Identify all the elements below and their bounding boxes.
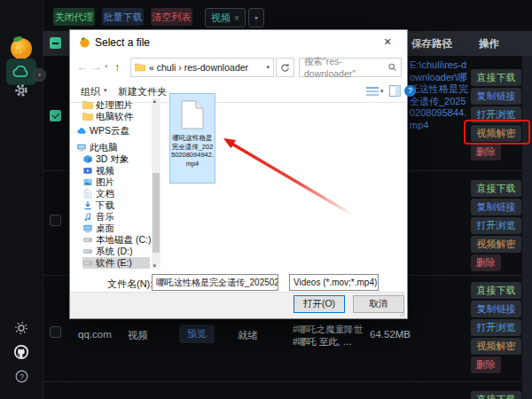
- tab-video[interactable]: 视频 ×: [205, 8, 246, 27]
- theme-sun-icon[interactable]: [14, 321, 28, 335]
- organize-menu[interactable]: 组织: [81, 85, 100, 98]
- folder-icon: [82, 112, 93, 121]
- search-placeholder: 搜索"res-downloader": [304, 56, 388, 79]
- nav-back-icon[interactable]: ←: [76, 60, 88, 74]
- filetype-combobox[interactable]: Videos (*.mov;*.mp4) ▾: [289, 274, 379, 291]
- nav-history-chevron-icon[interactable]: ▾: [105, 63, 108, 70]
- scroll-up-icon[interactable]: ▴: [153, 98, 157, 105]
- music-icon: [82, 212, 93, 222]
- sidebar-item-cloud-active[interactable]: [6, 59, 36, 85]
- drive-icon: [82, 235, 93, 245]
- row4-direct-download-button[interactable]: 直接下载: [471, 391, 521, 399]
- nav-up-icon[interactable]: ↑: [114, 60, 121, 74]
- row2-video-decrypt-button[interactable]: 视频解密: [471, 236, 521, 253]
- table-scrollbar[interactable]: [522, 56, 532, 399]
- address-bar[interactable]: « chuli › res-downloader ▾: [130, 58, 274, 77]
- view-options-caret-icon[interactable]: ▾: [380, 88, 384, 95]
- address-chevron-icon[interactable]: ▾: [266, 64, 270, 71]
- tab-dropdown-button[interactable]: ▾: [248, 8, 264, 27]
- cancel-button[interactable]: 取消: [353, 295, 404, 313]
- computer-icon: [76, 143, 87, 153]
- drive-icon: [82, 246, 93, 256]
- row3-checkbox[interactable]: [50, 326, 61, 338]
- help-icon[interactable]: ?: [15, 370, 28, 383]
- tab-close-icon[interactable]: ×: [234, 13, 239, 23]
- row3-domain: qq.com: [78, 329, 112, 340]
- tree-item[interactable]: 音乐: [82, 211, 150, 223]
- file-item-selected[interactable]: 哪吒这性格是完全遗传_20250208094942.mp4: [169, 93, 215, 184]
- tree-item[interactable]: 本地磁盘 (C:): [82, 234, 150, 246]
- row3-open-browse-button[interactable]: 打开浏览: [471, 319, 521, 336]
- open-button[interactable]: 打开(O): [293, 295, 345, 313]
- row3-copy-link-button[interactable]: 复制链接: [471, 301, 521, 317]
- scroll-down-icon[interactable]: ▾: [153, 262, 157, 270]
- row3-status: 就绪: [238, 329, 258, 342]
- drive-icon: [82, 258, 93, 268]
- tree-item[interactable]: 此电脑: [76, 142, 144, 153]
- view-options-icon[interactable]: [366, 86, 379, 97]
- svg-text:?: ?: [20, 372, 24, 381]
- tree-scrollbar[interactable]: ▴ ▾: [152, 98, 160, 269]
- row3-delete-button[interactable]: 删除: [471, 356, 501, 373]
- settings-gear-icon[interactable]: [13, 82, 29, 98]
- row2-checkbox[interactable]: [50, 215, 61, 226]
- tree-item[interactable]: 系统 (D:): [82, 246, 150, 257]
- tree-item[interactable]: 3D 对象: [82, 153, 150, 165]
- row3-video-decrypt-button[interactable]: 视频解密: [471, 338, 521, 355]
- tree-item[interactable]: 下载: [82, 200, 150, 211]
- tree-item[interactable]: 文档: [82, 188, 150, 200]
- filename-combobox[interactable]: 哪吒这性格是完全遗传_20250208094942 ▾: [152, 274, 278, 291]
- combo-chevron-icon[interactable]: ▾: [377, 278, 379, 286]
- row3-preview-button[interactable]: 预览: [179, 325, 215, 343]
- tree-item[interactable]: 桌面: [82, 223, 150, 234]
- github-icon[interactable]: [13, 344, 29, 360]
- dialog-app-icon: [79, 36, 90, 48]
- operation-column-header: 操作: [479, 37, 499, 51]
- row3-direct-download-button[interactable]: 直接下载: [471, 282, 521, 299]
- tree-item[interactable]: 电脑软件: [82, 111, 150, 122]
- tree-item[interactable]: WPS云盘: [76, 125, 144, 137]
- search-icon[interactable]: [388, 63, 396, 72]
- nav-forward-icon[interactable]: →: [90, 60, 102, 74]
- refresh-button[interactable]: [276, 58, 294, 77]
- row1-checkbox[interactable]: [50, 110, 61, 121]
- sidebar: › ?: [0, 0, 43, 399]
- preview-pane-icon[interactable]: [389, 85, 401, 97]
- cube-icon: [82, 154, 93, 164]
- tree-item[interactable]: 图片: [82, 176, 150, 188]
- row2-copy-link-button[interactable]: 复制链接: [471, 199, 521, 215]
- row2-delete-button[interactable]: 删除: [471, 254, 501, 271]
- dialog-help-icon[interactable]: ?: [404, 85, 416, 97]
- resize-grip[interactable]: [399, 310, 406, 317]
- search-input[interactable]: 搜索"res-downloader": [299, 58, 402, 77]
- batch-download-button[interactable]: 批量下载: [102, 8, 144, 26]
- tree-item[interactable]: 处理图片: [82, 99, 150, 111]
- annotation-highlight-box: [464, 120, 530, 145]
- save-path-column-header: 保存路径: [411, 37, 452, 51]
- row1-save-path: E:\chuli\res-downloader\哪吒这性格是完全遗传_20250…: [410, 59, 471, 131]
- close-proxy-button[interactable]: 关闭代理: [53, 8, 95, 26]
- tree-item[interactable]: 视频: [82, 165, 150, 176]
- tree-item-selected[interactable]: 软件 (E:): [82, 257, 150, 269]
- organize-caret-icon: ▾: [104, 87, 107, 94]
- row1-direct-download-button[interactable]: 直接下载: [471, 69, 521, 86]
- row2-open-browse-button[interactable]: 打开浏览: [471, 217, 521, 234]
- row1-copy-link-button[interactable]: 复制链接: [471, 88, 521, 105]
- select-file-dialog: Select a file × ← → ▾ ↑ « chuli › res-do…: [69, 29, 408, 319]
- sidebar-expand-chevron[interactable]: ›: [33, 68, 46, 82]
- address-folder-icon: [135, 63, 145, 72]
- row1-delete-button[interactable]: 删除: [471, 144, 501, 160]
- dialog-close-icon[interactable]: ×: [384, 35, 391, 49]
- app-logo-icon: [8, 34, 35, 60]
- row2-direct-download-button[interactable]: 直接下载: [471, 180, 521, 197]
- row3-description: #哪吒之魔童降世 #哪吒 至此, …: [293, 323, 367, 348]
- scrollbar-thumb[interactable]: [153, 173, 160, 253]
- cloud-icon: [76, 126, 87, 136]
- clear-list-button[interactable]: 清空列表: [151, 8, 192, 26]
- select-all-checkbox[interactable]: [50, 37, 61, 49]
- refresh-icon: [280, 63, 290, 73]
- file-icon: [181, 100, 204, 129]
- new-folder-button[interactable]: 新建文件夹: [118, 85, 167, 98]
- file-name-label: 哪吒这性格是完全遗传_20250208094942.mp4: [170, 134, 215, 168]
- filename-label: 文件名(N):: [107, 278, 153, 291]
